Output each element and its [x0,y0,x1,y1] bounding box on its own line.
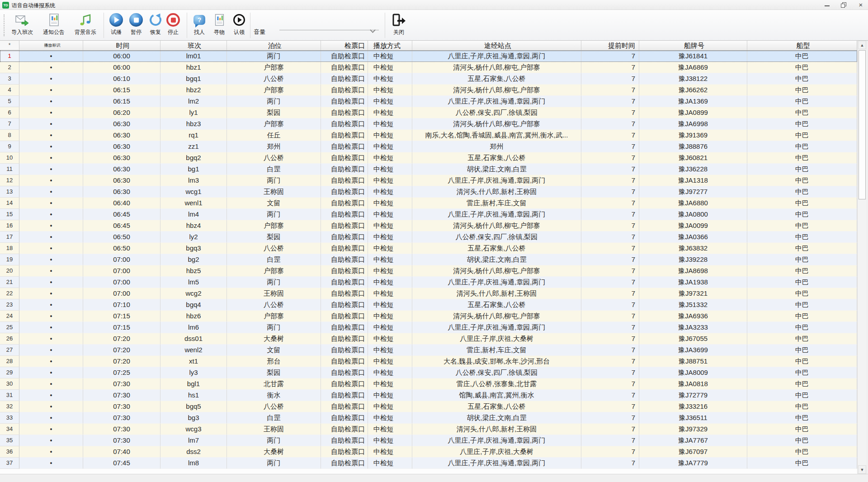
cell-berth[interactable]: 户部寨 [227,62,321,73]
row-number[interactable]: 35 [0,435,19,446]
header-flag[interactable]: 播放标识 [19,41,83,50]
cell-time[interactable]: 06:15 [83,85,160,96]
cell-mode[interactable]: 中检短 [368,333,412,345]
cell-berth[interactable]: 任丘 [227,130,321,141]
cell-flag[interactable]: ● [19,220,83,232]
cell-flag[interactable]: ● [19,96,83,107]
row-number[interactable]: 19 [0,254,19,265]
cell-type[interactable]: 中巴 [747,85,857,96]
cell-type[interactable]: 中巴 [747,62,857,73]
cell-flag[interactable]: ● [19,73,83,85]
cell-gate[interactable]: 自助检票口 [321,243,368,254]
cell-flag[interactable]: ● [19,333,83,345]
cell-advance[interactable]: 7 [581,73,639,85]
cell-mode[interactable]: 中检短 [368,107,412,118]
row-number[interactable]: 31 [0,390,19,401]
cell-time[interactable]: 07:30 [83,378,160,390]
cell-berth[interactable]: 两门 [227,277,321,288]
cell-advance[interactable]: 7 [581,85,639,96]
cell-berth[interactable]: 两门 [227,209,321,220]
cell-type[interactable]: 中巴 [747,164,857,175]
cell-time[interactable]: 07:00 [83,254,160,265]
table-row[interactable]: 24●07:15hbz6户部寨自助检票口中检短清河头,杨什八郎,柳屯,户部寨7豫… [0,311,857,322]
resume-button[interactable]: 恢复 [146,11,165,39]
cell-gate[interactable]: 自助检票口 [321,164,368,175]
cell-flag[interactable]: ● [19,322,83,333]
scroll-down-button[interactable]: ▼ [858,465,866,474]
cell-mode[interactable]: 中检短 [368,232,412,243]
cell-berth[interactable]: 王称固 [227,186,321,198]
cell-berth[interactable]: 八公桥 [227,243,321,254]
row-number[interactable]: 20 [0,265,19,277]
cell-flag[interactable]: ● [19,378,83,390]
cell-plate[interactable]: 豫JA8698 [639,265,747,277]
cell-flag[interactable]: ● [19,424,83,435]
cell-stations[interactable]: 八公桥,保安,四厂,徐镇,梨园 [412,232,581,243]
cell-plate[interactable]: 豫JA0800 [639,209,747,220]
cell-berth[interactable]: 衡水 [227,390,321,401]
row-number[interactable]: 11 [0,164,19,175]
cell-berth[interactable]: 王称固 [227,424,321,435]
cell-code[interactable]: wenl1 [160,198,227,209]
table-row[interactable]: 21●07:00lm5两门自助检票口中检短八里庄,子岸,庆祖,海通,章园,两门7… [0,277,857,288]
table-row[interactable]: 27●07:20wenl2文留自助检票口中检短雷庄,新村,车庄,文留7豫JA36… [0,345,857,356]
table-row[interactable]: 15●06:45lm4两门自助检票口中检短八里庄,子岸,庆祖,海通,章园,两门7… [0,209,857,220]
cell-type[interactable]: 中巴 [747,322,857,333]
cell-time[interactable]: 06:30 [83,130,160,141]
table-row[interactable]: 11●06:30bg1白罡自助检票口中检短胡状,梁庄,文南,白罡7豫J36228… [0,164,857,175]
cell-stations[interactable]: 五星,石家集,八公桥 [412,401,581,412]
header-plate[interactable]: 船牌号 [639,41,747,50]
cell-flag[interactable]: ● [19,51,83,62]
cell-stations[interactable]: 大名,魏县,成安,邯郸,永年,沙河,邢台 [412,356,581,367]
cell-plate[interactable]: 豫JA7779 [639,458,747,469]
cell-advance[interactable]: 7 [581,277,639,288]
cell-time[interactable]: 07:30 [83,401,160,412]
table-row[interactable]: 3●06:10bgq1八公桥自助检票口中检短五星,石家集,八公桥7豫J38122… [0,73,857,85]
row-number[interactable]: 14 [0,198,19,209]
table-row[interactable]: 1●06:00lm01两门自助检票口中检短八里庄,子岸,庆祖,海通,章园,两门7… [0,51,857,62]
background-music-button[interactable]: 背景音乐 [71,11,99,39]
cell-flag[interactable]: ● [19,62,83,73]
cell-flag[interactable]: ● [19,311,83,322]
cell-mode[interactable]: 中检短 [368,85,412,96]
cell-code[interactable]: hbz2 [160,85,227,96]
cell-advance[interactable]: 7 [581,209,639,220]
cell-gate[interactable]: 自助检票口 [321,322,368,333]
cell-mode[interactable]: 中检短 [368,277,412,288]
cell-mode[interactable]: 中检短 [368,288,412,299]
cell-gate[interactable]: 自助检票口 [321,390,368,401]
table-row[interactable]: 5●06:15lm2两门自助检票口中检短八里庄,子岸,庆祖,海通,章园,两门7豫… [0,96,857,107]
cell-time[interactable]: 07:15 [83,311,160,322]
table-row[interactable]: 20●07:00hbz5户部寨自助检票口中检短清河头,杨什八郎,柳屯,户部寨7豫… [0,265,857,277]
volume-slider-thumb[interactable] [370,27,376,33]
cell-plate[interactable]: 豫J67097 [639,446,747,458]
cell-berth[interactable]: 白罡 [227,254,321,265]
cell-stations[interactable]: 五星,石家集,八公桥 [412,152,581,164]
cell-berth[interactable]: 两门 [227,51,321,62]
notice-announcement-button[interactable]: 通知公告 [40,11,68,39]
cell-code[interactable]: hbz5 [160,265,227,277]
cell-code[interactable]: bg1 [160,164,227,175]
row-number[interactable]: 21 [0,277,19,288]
cell-time[interactable]: 06:30 [83,152,160,164]
cell-stations[interactable]: 清河头,什八郎,新村,王称固 [412,186,581,198]
cell-mode[interactable]: 中检短 [368,198,412,209]
cell-plate[interactable]: 豫JA6936 [639,311,747,322]
cell-type[interactable]: 中巴 [747,299,857,311]
cell-flag[interactable]: ● [19,130,83,141]
scroll-up-button[interactable]: ▲ [858,41,866,49]
cell-plate[interactable]: 豫JA8009 [639,367,747,378]
header-type[interactable]: 船型 [747,41,857,50]
cell-flag[interactable]: ● [19,356,83,367]
cell-gate[interactable]: 自助检票口 [321,311,368,322]
stop-button[interactable]: 停止 [164,11,182,39]
cell-advance[interactable]: 7 [581,152,639,164]
cell-stations[interactable]: 清河头,杨什八郎,柳屯,户部寨 [412,311,581,322]
cell-plate[interactable]: 豫JA0366 [639,232,747,243]
cell-type[interactable]: 中巴 [747,446,857,458]
cell-time[interactable]: 06:15 [83,96,160,107]
cell-berth[interactable]: 郑州 [227,141,321,152]
cell-stations[interactable]: 八里庄,子岸,庆祖,海通,章园,两门 [412,435,581,446]
cell-code[interactable]: lm01 [160,51,227,62]
cell-code[interactable]: lm4 [160,209,227,220]
